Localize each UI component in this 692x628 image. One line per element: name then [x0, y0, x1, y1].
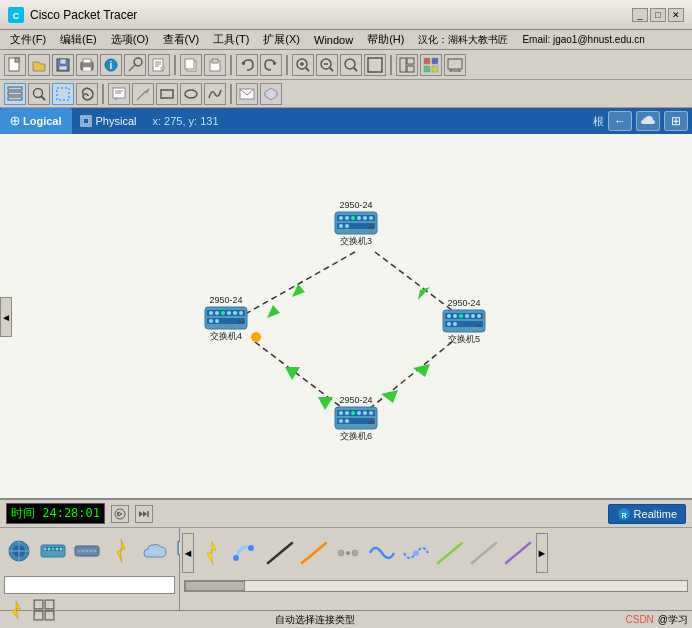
- fit-button[interactable]: [364, 54, 386, 76]
- cable-scrollbar[interactable]: [184, 580, 688, 592]
- coord-display: x: 275, y: 131: [144, 115, 226, 127]
- left-scroll-arrow[interactable]: ◄: [0, 297, 12, 337]
- main-canvas[interactable]: ◄: [0, 134, 692, 500]
- svg-rect-120: [476, 324, 482, 327]
- zoom-out-button[interactable]: [316, 54, 338, 76]
- play-button[interactable]: [111, 505, 129, 523]
- menu-tools[interactable]: 工具(T): [207, 30, 255, 49]
- svg-text:2950-24: 2950-24: [209, 295, 242, 305]
- undo-button[interactable]: [236, 54, 258, 76]
- select-tool[interactable]: [4, 83, 26, 105]
- annotate-button[interactable]: [108, 83, 130, 105]
- search-tool[interactable]: [28, 83, 50, 105]
- menu-window[interactable]: Window: [308, 32, 359, 48]
- fiber-cable-icon[interactable]: [332, 537, 364, 569]
- straight-cable-icon[interactable]: [264, 537, 296, 569]
- svg-rect-134: [368, 421, 374, 424]
- svg-rect-37: [407, 66, 414, 72]
- rect-draw-tool[interactable]: [156, 83, 178, 105]
- svg-point-159: [82, 550, 85, 553]
- svg-point-59: [185, 90, 197, 98]
- menu-help[interactable]: 帮助(H): [361, 30, 410, 49]
- device-manager-button[interactable]: [444, 54, 466, 76]
- app-title: Cisco Packet Tracer: [30, 8, 632, 22]
- cloud-button[interactable]: [636, 111, 660, 131]
- usb-cable-icon[interactable]: [502, 537, 534, 569]
- svg-rect-34: [368, 58, 382, 72]
- serial-dte-icon[interactable]: [400, 537, 432, 569]
- svg-rect-36: [407, 58, 414, 64]
- physical-tab[interactable]: Physical: [72, 115, 145, 127]
- svg-point-133: [345, 419, 349, 423]
- console-cable-icon[interactable]: [230, 537, 262, 569]
- phone-cable-icon[interactable]: [434, 537, 466, 569]
- zoom-in-button[interactable]: [292, 54, 314, 76]
- svg-point-180: [352, 550, 358, 556]
- svg-point-119: [453, 322, 457, 326]
- svg-point-103: [239, 311, 243, 315]
- menu-file[interactable]: 文件(F): [4, 30, 52, 49]
- fast-forward-button[interactable]: [135, 505, 153, 523]
- svg-point-174: [233, 555, 239, 561]
- router-device-icon[interactable]: [4, 535, 34, 567]
- maximize-button[interactable]: □: [650, 8, 666, 22]
- open-button[interactable]: [28, 54, 50, 76]
- svg-marker-142: [143, 511, 147, 517]
- ellipse-tool[interactable]: [180, 83, 202, 105]
- email-tool[interactable]: [236, 83, 258, 105]
- close-button[interactable]: ✕: [668, 8, 684, 22]
- menu-extensions[interactable]: 扩展(X): [257, 30, 306, 49]
- menu-edit[interactable]: 编辑(E): [54, 30, 103, 49]
- svg-rect-5: [60, 59, 66, 64]
- svg-rect-9: [83, 67, 91, 71]
- minimize-button[interactable]: _: [632, 8, 648, 22]
- wireless-device-icon[interactable]: [106, 535, 136, 567]
- device-panel: [0, 528, 180, 610]
- svg-line-183: [472, 543, 496, 563]
- svg-point-158: [78, 550, 81, 553]
- new-button[interactable]: [4, 54, 26, 76]
- svg-text:交换机6: 交换机6: [340, 431, 372, 441]
- menu-options[interactable]: 选项(O): [105, 30, 155, 49]
- info-button[interactable]: i: [100, 54, 122, 76]
- pdu-tool[interactable]: [260, 83, 282, 105]
- svg-rect-66: [83, 118, 89, 124]
- save-button[interactable]: [52, 54, 74, 76]
- back-button[interactable]: ←: [608, 111, 632, 131]
- layout-button[interactable]: [396, 54, 418, 76]
- svg-marker-163: [117, 539, 125, 563]
- inspect-button[interactable]: [124, 54, 146, 76]
- freehand-tool[interactable]: [204, 83, 226, 105]
- serial-dce-icon[interactable]: [366, 537, 398, 569]
- svg-rect-51: [57, 88, 69, 100]
- hub-device-icon[interactable]: [72, 535, 102, 567]
- cable-scroll-right[interactable]: ►: [536, 533, 548, 573]
- realtime-button[interactable]: R Realtime: [608, 504, 686, 524]
- auto-cable-icon[interactable]: [196, 537, 228, 569]
- zoom-reset-button[interactable]: [340, 54, 362, 76]
- menu-bar: 文件(F) 编辑(E) 选项(O) 查看(V) 工具(T) 扩展(X) Wind…: [0, 30, 692, 50]
- svg-rect-6: [59, 66, 67, 70]
- bottom-panel: 时间 24:28:01 R Realtime: [0, 498, 692, 628]
- switch-device-icon[interactable]: [38, 535, 68, 567]
- palette-button[interactable]: [420, 54, 442, 76]
- logical-tab[interactable]: Logical: [0, 108, 72, 134]
- scrollbar-thumb[interactable]: [185, 581, 245, 591]
- svg-rect-169: [34, 600, 43, 609]
- crossover-cable-icon[interactable]: [298, 537, 330, 569]
- time-bar: 时间 24:28:01 R Realtime: [0, 500, 692, 528]
- paste-button[interactable]: [204, 54, 226, 76]
- menu-view[interactable]: 查看(V): [157, 30, 206, 49]
- cloud-device-icon[interactable]: [140, 535, 170, 567]
- lasso-tool[interactable]: [76, 83, 98, 105]
- select-rect-tool[interactable]: [52, 83, 74, 105]
- zoom-slider-button[interactable]: ⊞: [664, 111, 688, 131]
- cable-scroll-left[interactable]: ◄: [182, 533, 194, 573]
- coax-cable-icon[interactable]: [468, 537, 500, 569]
- print-button[interactable]: [76, 54, 98, 76]
- device-search-input[interactable]: [4, 576, 175, 594]
- note-button[interactable]: [148, 54, 170, 76]
- copy-button[interactable]: [180, 54, 202, 76]
- redo-button[interactable]: [260, 54, 282, 76]
- pencil-tool[interactable]: [132, 83, 154, 105]
